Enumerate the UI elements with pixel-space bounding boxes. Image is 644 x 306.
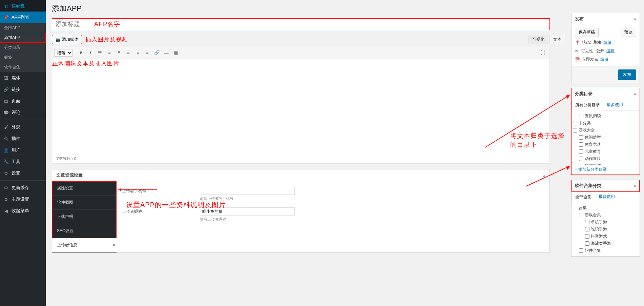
- sidebar-item-9[interactable]: 👤用户: [0, 144, 46, 156]
- resource-tab[interactable]: 下载声明: [52, 210, 117, 224]
- sidebar-item-4[interactable]: ▤页面: [0, 95, 46, 107]
- number-list-button[interactable]: ≡: [105, 48, 114, 57]
- category-item[interactable]: 资讯阅读: [573, 113, 638, 120]
- category-checkbox[interactable]: [579, 114, 583, 118]
- category-checkbox[interactable]: [579, 213, 583, 217]
- italic-button[interactable]: I: [86, 48, 95, 57]
- field-hint: 前端上传者的手机号: [200, 196, 295, 201]
- metabox-toggle[interactable]: ▴: [543, 173, 545, 178]
- panel-toggle[interactable]: ▴: [634, 91, 636, 97]
- post-title-input[interactable]: [52, 18, 550, 30]
- resource-content: 设置APP的一些资料说明及图片 上传者手机号前端上传者的手机号上传者昵称填写上传…: [117, 181, 549, 252]
- sidebar-item-7[interactable]: 🖌外观: [0, 121, 46, 133]
- category-item[interactable]: 单机手游: [573, 219, 638, 226]
- category-item[interactable]: 海战类手游: [573, 240, 638, 247]
- menu-icon: ▤: [3, 99, 9, 104]
- sidebar-item-13[interactable]: ⚙更新缓存: [0, 182, 46, 193]
- field-input[interactable]: [200, 187, 295, 195]
- category-checkbox[interactable]: [585, 220, 589, 224]
- category-checkbox[interactable]: [579, 142, 583, 147]
- category-item[interactable]: 游戏大全: [573, 127, 638, 134]
- category-item[interactable]: 动作冒险: [573, 155, 638, 162]
- category-checkbox[interactable]: [579, 157, 583, 161]
- add-category-link[interactable]: + 添加新分类目录: [572, 165, 640, 175]
- sidebar-item-8[interactable]: 🔌插件: [0, 133, 46, 144]
- panel-toggle[interactable]: ▴: [634, 16, 636, 22]
- bullet-list-button[interactable]: ☰: [96, 48, 104, 57]
- category-item[interactable]: 软件合集: [573, 247, 638, 254]
- sidebar-sub-item[interactable]: 标签: [0, 53, 46, 62]
- category-item[interactable]: 未分类: [573, 120, 638, 127]
- category-checkbox[interactable]: [585, 241, 589, 246]
- svg-marker-1: [566, 95, 570, 99]
- toolbar-toggle-button[interactable]: ▦: [171, 48, 180, 57]
- edit-status-link[interactable]: 编辑: [603, 40, 611, 45]
- category-item[interactable]: 模拟养成: [573, 162, 638, 165]
- menu-icon: 📌: [3, 15, 9, 20]
- set-tab-most[interactable]: 最多使用: [595, 192, 618, 202]
- menu-icon: 🖌: [3, 125, 9, 130]
- editor-content[interactable]: 正常编辑文本及插入图片: [52, 59, 549, 154]
- cat-tab-most[interactable]: 最多使用: [603, 100, 626, 110]
- fullscreen-button[interactable]: ⛶: [539, 48, 547, 57]
- sidebar-sub-item[interactable]: 全部APP: [0, 23, 46, 33]
- sidebar-item-14[interactable]: ⚙主题设置: [0, 193, 46, 205]
- sidebar-sub-item[interactable]: 分类目录: [0, 43, 46, 53]
- preview-button[interactable]: 预览: [621, 28, 636, 37]
- edit-date-link[interactable]: 编辑: [600, 57, 608, 62]
- tab-text[interactable]: 文本: [549, 35, 565, 44]
- add-media-button[interactable]: 📷 添加媒体: [52, 35, 82, 44]
- editor-toolbar: 段落 B I ☰ ≡ ❝ ≡ ≡ ≡ 🔗 — ▦ ⛶: [52, 47, 549, 59]
- menu-icon: 💬: [3, 110, 9, 115]
- sidebar-item-1[interactable]: 📌APP列表: [0, 12, 46, 23]
- sidebar-item-11[interactable]: ⚙设置: [0, 167, 46, 179]
- link-button[interactable]: 🔗: [152, 48, 161, 57]
- category-item[interactable]: 体育竞速: [573, 141, 638, 148]
- resource-tab[interactable]: 软件截图: [52, 196, 117, 210]
- category-checkbox[interactable]: [579, 149, 583, 154]
- category-checkbox[interactable]: [573, 128, 577, 132]
- category-item[interactable]: 抖音游戏: [573, 233, 638, 240]
- tab-visual[interactable]: 可视化: [528, 35, 548, 44]
- sidebar-sub-item[interactable]: 软件合集: [0, 62, 46, 72]
- category-checkbox[interactable]: [579, 248, 583, 253]
- sidebar-item-0[interactable]: ◐仪表盘: [0, 0, 46, 12]
- sidebar-item-2[interactable]: 🖼媒体: [0, 72, 46, 84]
- category-checkbox[interactable]: [579, 135, 583, 140]
- category-item[interactable]: 儿童教育: [573, 148, 638, 155]
- category-item[interactable]: 游戏合集: [573, 211, 638, 219]
- category-checkbox[interactable]: [573, 206, 577, 210]
- sidebar-item-10[interactable]: 🔧工具: [0, 156, 46, 167]
- resource-tab[interactable]: 上传者信息: [52, 238, 117, 252]
- sidebar-item-3[interactable]: 🔗链接: [0, 84, 46, 95]
- align-right-button[interactable]: ≡: [143, 48, 152, 57]
- bold-button[interactable]: B: [77, 48, 85, 57]
- format-select[interactable]: 段落: [54, 49, 72, 57]
- sidebar-sub-item[interactable]: 添加APP: [0, 33, 46, 43]
- menu-icon: 🖼: [3, 76, 9, 81]
- category-item[interactable]: 吃鸡手游: [573, 226, 638, 233]
- category-checkbox[interactable]: [585, 234, 589, 239]
- save-draft-button[interactable]: 保存草稿: [575, 28, 599, 37]
- quote-button[interactable]: ❝: [115, 48, 123, 57]
- align-center-button[interactable]: ≡: [133, 48, 142, 57]
- media-icon: 📷: [56, 37, 61, 42]
- align-left-button[interactable]: ≡: [124, 48, 133, 57]
- more-button[interactable]: —: [162, 48, 171, 57]
- set-tab-all[interactable]: 全部合集: [572, 192, 595, 202]
- cat-tab-all[interactable]: 所有分类目录: [572, 100, 603, 110]
- category-checkbox[interactable]: [573, 121, 577, 125]
- sidebar-item-5[interactable]: 💬评论: [0, 107, 46, 118]
- sidebar-item-15[interactable]: ◀收起菜单: [0, 205, 46, 217]
- panel-toggle[interactable]: ▴: [634, 183, 636, 189]
- category-item[interactable]: 休闲益智: [573, 134, 638, 141]
- category-checkbox[interactable]: [579, 164, 583, 165]
- field-input[interactable]: [200, 207, 295, 216]
- category-item[interactable]: 合集: [573, 204, 638, 211]
- edit-visibility-link[interactable]: 编辑: [606, 48, 615, 54]
- page-title: 添加APP: [52, 0, 565, 18]
- resource-tab[interactable]: 属性设置: [52, 181, 117, 196]
- resource-tab[interactable]: SEO设置: [52, 224, 117, 238]
- category-checkbox[interactable]: [585, 227, 589, 231]
- publish-button[interactable]: 发布: [618, 69, 636, 80]
